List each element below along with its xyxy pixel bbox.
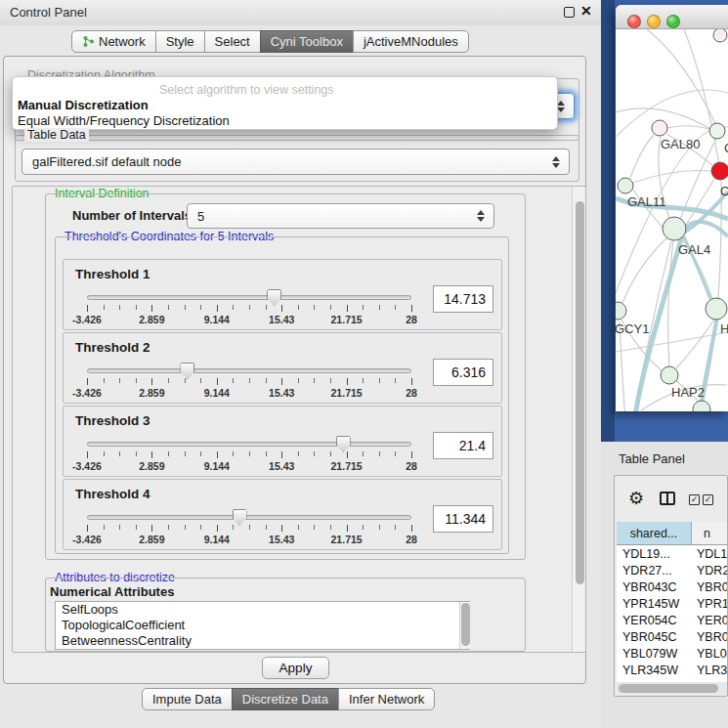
network-edge[interactable]	[668, 240, 673, 366]
threshold-value-field[interactable]: 6.316	[433, 359, 493, 386]
network-node[interactable]	[713, 29, 727, 42]
slider-tick-labels: -3.4262.8599.14415.4321.71528	[87, 534, 411, 545]
threshold-slider[interactable]	[87, 442, 411, 448]
network-node-label: GAL4	[678, 242, 710, 257]
table-row[interactable]: YER054CYER0	[617, 612, 727, 628]
num-intervals-label: Number of Intervals	[72, 208, 192, 223]
threshold-slider[interactable]	[87, 515, 411, 521]
network-icon	[82, 35, 95, 48]
table-row[interactable]: YPR145WYPR1	[617, 595, 727, 612]
close-icon[interactable]: ✕	[580, 3, 592, 19]
table-row[interactable]: YDL19...YDL1	[617, 545, 727, 562]
settings-scrollbar[interactable]	[572, 187, 585, 653]
network-graph: GAL80GACGAL11GAL4GCY1HHAP2	[616, 29, 728, 411]
mac-minimize-button[interactable]	[647, 15, 661, 28]
tab-impute-data[interactable]: Impute Data	[142, 688, 233, 710]
num-intervals-value: 5	[197, 209, 204, 224]
network-canvas[interactable]: GAL80GACGAL11GAL4GCY1HHAP2	[616, 29, 728, 411]
table-panel-region: Table Panel ⚙ ✓ ✓ shared... n YDL19...YD…	[601, 442, 728, 728]
num-intervals-combobox[interactable]: 5	[187, 203, 494, 229]
numerical-attributes-label: Numerical Attributes	[50, 584, 174, 599]
table-row[interactable]: YBR043CYBR0	[617, 578, 727, 595]
slider-ticks	[87, 305, 411, 313]
split-columns-icon[interactable]	[660, 492, 675, 505]
threshold-slider[interactable]	[87, 368, 411, 374]
float-window-icon[interactable]	[564, 7, 575, 18]
threshold-4-panel: Threshold 4 -3.4262.8599.14415.4321.7152…	[63, 479, 502, 550]
network-node[interactable]	[652, 120, 667, 136]
slider-thumb[interactable]	[233, 509, 247, 526]
tab-infer-network[interactable]: Infer Network	[338, 688, 435, 710]
window-title: Control Panel	[10, 5, 87, 20]
network-edge[interactable]	[647, 29, 716, 125]
gear-icon[interactable]: ⚙	[628, 488, 644, 509]
network-node-label: GAL80	[661, 137, 700, 151]
network-node[interactable]	[663, 217, 686, 240]
table-header: shared... n	[617, 522, 727, 545]
dropdown-item-equal-width-frequency[interactable]: Equal Width/Frequency Discretization	[17, 113, 553, 129]
threshold-label: Threshold 1	[75, 267, 150, 281]
threshold-label: Threshold 4	[75, 487, 150, 501]
mac-zoom-button[interactable]	[666, 15, 680, 28]
network-node[interactable]	[661, 366, 678, 384]
network-edge[interactable]	[667, 126, 709, 129]
tab-discretize-data[interactable]: Discretize Data	[232, 688, 339, 710]
table-row[interactable]: YLR345WYLR3	[617, 662, 727, 678]
attribute-item[interactable]: SelfLoops	[56, 602, 469, 618]
network-node[interactable]	[616, 302, 626, 320]
tab-label: Network	[99, 31, 146, 52]
table-data-group-title: Table Data	[24, 128, 89, 142]
table-data-combobox[interactable]: galFiltered.sif default node	[21, 149, 570, 175]
network-node[interactable]	[706, 298, 727, 320]
combo-arrows-icon	[477, 210, 485, 222]
slider-track[interactable]	[87, 442, 411, 447]
slider-thumb[interactable]	[267, 289, 281, 306]
tab-style[interactable]: Style	[155, 30, 205, 53]
desktop-edge	[601, 0, 615, 442]
threshold-value-field[interactable]: 11.344	[433, 505, 493, 533]
threshold-value-field[interactable]: 21.4	[433, 432, 493, 459]
tab-jactivemnodules[interactable]: jActiveMNodules	[353, 30, 469, 53]
threshold-value-field[interactable]: 14.713	[433, 285, 493, 313]
slider-thumb[interactable]	[180, 363, 194, 379]
dropdown-prompt: Select algorithm to view settings	[159, 83, 334, 97]
table-row[interactable]: YBR045CYBR0	[617, 628, 727, 645]
apply-button[interactable]: Apply	[262, 657, 329, 679]
threshold-2-panel: Threshold 2 -3.4262.8599.14415.4321.7152…	[63, 332, 502, 404]
network-node[interactable]	[693, 401, 710, 411]
attribute-item[interactable]: TopologicalCoefficient	[56, 618, 469, 633]
mac-close-button[interactable]	[627, 15, 641, 28]
slider-track[interactable]	[87, 515, 411, 520]
dropdown-item-manual-discretization[interactable]: Manual Discretization	[17, 98, 553, 113]
network-node[interactable]	[618, 178, 633, 193]
table-data-value: galFiltered.sif default node	[32, 154, 181, 169]
network-edge[interactable]	[622, 236, 668, 303]
table-row[interactable]: YBL079WYBL0	[617, 645, 727, 662]
attributes-list-scrollbar[interactable]	[459, 602, 470, 649]
network-edge[interactable]	[630, 135, 654, 178]
tab-network[interactable]: Network	[71, 30, 156, 53]
column-header-name[interactable]: n	[692, 522, 727, 545]
slider-track[interactable]	[87, 368, 411, 373]
table-horizontal-scrollbar[interactable]	[617, 682, 727, 694]
slider-thumb[interactable]	[336, 436, 351, 452]
control-panel-window: Control Panel ✕ Network Style Select Cyn…	[0, 0, 601, 728]
network-node[interactable]	[711, 162, 728, 180]
checkbox-icon[interactable]: ✓	[689, 494, 700, 505]
network-node-label: C	[720, 184, 728, 198]
threshold-slider[interactable]	[87, 295, 411, 301]
attribute-item[interactable]: BetweennessCentrality	[56, 633, 469, 649]
table-row[interactable]: YDR27...YDR2	[617, 562, 727, 578]
network-window-titlebar	[616, 5, 728, 29]
checkbox-icon[interactable]: ✓	[703, 494, 713, 505]
column-header-shared-name[interactable]: shared...	[617, 522, 692, 545]
settings-scrollpane: Interval Definition Number of Intervals …	[12, 186, 586, 653]
numerical-attributes-list: SelfLoops TopologicalCoefficient Between…	[55, 601, 470, 650]
table-widget: ⚙ ✓ ✓ shared... n YDL19...YDL1YDR27...YD…	[614, 475, 728, 697]
network-node[interactable]	[709, 123, 725, 139]
tab-cyni-toolbox[interactable]: Cyni Toolbox	[260, 30, 354, 53]
slider-track[interactable]	[87, 295, 411, 300]
threshold-label: Threshold 3	[75, 413, 150, 428]
tab-select[interactable]: Select	[204, 30, 261, 53]
slider-tick-labels: -3.4262.8599.14415.4321.71528	[87, 460, 411, 472]
